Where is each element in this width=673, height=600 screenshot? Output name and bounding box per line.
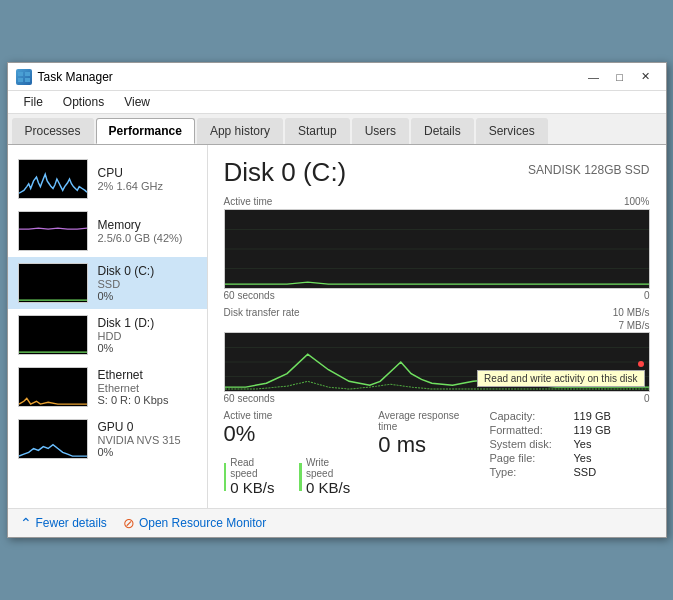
menu-view[interactable]: View <box>116 93 158 111</box>
read-speed-bar <box>224 463 227 491</box>
chart1-time-left: 60 seconds <box>224 290 275 301</box>
chart1-label-row: Active time 100% <box>224 196 650 207</box>
svg-point-10 <box>638 361 644 367</box>
tab-users[interactable]: Users <box>352 118 409 144</box>
tab-processes[interactable]: Processes <box>12 118 94 144</box>
chart-tooltip: Read and write activity on this disk <box>477 370 644 387</box>
transfer-rate-section: Disk transfer rate 10 MB/s 7 MB/s <box>224 307 650 404</box>
ethernet-speed: S: 0 R: 0 Kbps <box>98 394 197 406</box>
svg-rect-3 <box>25 78 30 82</box>
prop-formatted: Formatted: 119 GB <box>490 424 650 436</box>
chart2-label-row: Disk transfer rate 10 MB/s <box>224 307 650 318</box>
disk0-chart <box>18 263 88 303</box>
disk0-percent: 0% <box>98 290 197 302</box>
window-title: Task Manager <box>38 70 113 84</box>
memory-name: Memory <box>98 218 197 232</box>
memory-detail: 2.5/6.0 GB (42%) <box>98 232 197 244</box>
tab-services[interactable]: Services <box>476 118 548 144</box>
read-speed-item: Read speed 0 KB/s <box>224 457 280 496</box>
gpu-percent: 0% <box>98 446 197 458</box>
gpu-detail: NVIDIA NVS 315 <box>98 434 197 446</box>
resource-monitor-icon: ⊘ <box>123 515 135 531</box>
chart1-time-right: 0 <box>644 290 650 301</box>
disk0-detail: SSD <box>98 278 197 290</box>
active-time-value: 0% <box>224 421 355 447</box>
tab-app-history[interactable]: App history <box>197 118 283 144</box>
active-time-label: Active time <box>224 410 355 421</box>
read-speed-value: 0 KB/s <box>230 479 279 496</box>
ethernet-name: Ethernet <box>98 368 197 382</box>
sidebar-item-disk1[interactable]: Disk 1 (D:) HDD 0% <box>8 309 207 361</box>
menu-file[interactable]: File <box>16 93 51 111</box>
main-content: CPU 2% 1.64 GHz Memory 2.5/6.0 GB (42%) <box>8 145 666 508</box>
prop-type: Type: SSD <box>490 466 650 478</box>
fewer-details-label: Fewer details <box>36 516 107 530</box>
chart1-label-left: Active time <box>224 196 273 207</box>
write-speed-info: Write speed 0 KB/s <box>306 457 354 496</box>
properties-section: Capacity: 119 GB Formatted: 119 GB Syste… <box>490 410 650 496</box>
chart2-time-left: 60 seconds <box>224 393 275 404</box>
transfer-rate-chart: Read and write activity on this disk <box>224 332 650 392</box>
write-speed-label: Write speed <box>306 457 354 479</box>
disk0-info: Disk 0 (C:) SSD 0% <box>98 264 197 302</box>
title-bar-controls: — □ ✕ <box>582 68 658 86</box>
sidebar-item-memory[interactable]: Memory 2.5/6.0 GB (42%) <box>8 205 207 257</box>
memory-chart <box>18 211 88 251</box>
svg-rect-0 <box>18 72 23 76</box>
sidebar-item-disk0[interactable]: Disk 0 (C:) SSD 0% <box>8 257 207 309</box>
title-bar-left: Task Manager <box>16 69 113 85</box>
read-speed-label: Read speed <box>230 457 279 479</box>
sidebar-item-ethernet[interactable]: Ethernet Ethernet S: 0 R: 0 Kbps <box>8 361 207 413</box>
menu-options[interactable]: Options <box>55 93 112 111</box>
left-stats: Active time 0% Read speed 0 KB/s <box>224 410 355 496</box>
active-time-stat: Active time 0% <box>224 410 355 447</box>
tab-startup[interactable]: Startup <box>285 118 350 144</box>
sidebar-item-gpu[interactable]: GPU 0 NVIDIA NVS 315 0% <box>8 413 207 465</box>
cpu-name: CPU <box>98 166 197 180</box>
menu-bar: File Options View <box>8 91 666 114</box>
active-time-chart <box>224 209 650 289</box>
active-time-section: Active time 100% 60 seconds 0 <box>224 196 650 301</box>
ethernet-detail: Ethernet <box>98 382 197 394</box>
chart2-time-row: 60 seconds 0 <box>224 393 650 404</box>
bottom-bar: ⌃ Fewer details ⊘ Open Resource Monitor <box>8 508 666 537</box>
svg-rect-1 <box>25 72 30 76</box>
write-speed-bar <box>299 463 302 491</box>
disk0-name: Disk 0 (C:) <box>98 264 197 278</box>
chart2-time-right: 0 <box>644 393 650 404</box>
gpu-chart <box>18 419 88 459</box>
avg-response-stat: Average response time 0 ms <box>378 410 473 496</box>
chart2-label-right: 10 MB/s <box>613 307 650 318</box>
resource-monitor-link[interactable]: ⊘ Open Resource Monitor <box>123 515 266 531</box>
avg-response-value: 0 ms <box>378 432 473 458</box>
tab-performance[interactable]: Performance <box>96 118 195 144</box>
cpu-info: CPU 2% 1.64 GHz <box>98 166 197 192</box>
speed-row: Read speed 0 KB/s Write speed 0 KB/s <box>224 457 355 496</box>
gpu-info: GPU 0 NVIDIA NVS 315 0% <box>98 420 197 458</box>
title-bar: Task Manager — □ ✕ <box>8 63 666 91</box>
detail-title: Disk 0 (C:) <box>224 157 347 188</box>
tab-details[interactable]: Details <box>411 118 474 144</box>
disk1-name: Disk 1 (D:) <box>98 316 197 330</box>
minimize-button[interactable]: — <box>582 68 606 86</box>
disk1-info: Disk 1 (D:) HDD 0% <box>98 316 197 354</box>
task-manager-window: Task Manager — □ ✕ File Options View Pro… <box>7 62 667 538</box>
stats-bottom: Active time 0% Read speed 0 KB/s <box>224 410 650 496</box>
close-button[interactable]: ✕ <box>634 68 658 86</box>
cpu-chart <box>18 159 88 199</box>
fewer-details-icon: ⌃ <box>20 515 32 531</box>
sidebar-item-cpu[interactable]: CPU 2% 1.64 GHz <box>8 153 207 205</box>
read-speed-info: Read speed 0 KB/s <box>230 457 279 496</box>
prop-system-disk: System disk: Yes <box>490 438 650 450</box>
fewer-details-button[interactable]: ⌃ Fewer details <box>20 515 107 531</box>
ethernet-chart <box>18 367 88 407</box>
gpu-name: GPU 0 <box>98 420 197 434</box>
svg-rect-2 <box>18 78 23 82</box>
maximize-button[interactable]: □ <box>608 68 632 86</box>
sidebar: CPU 2% 1.64 GHz Memory 2.5/6.0 GB (42%) <box>8 145 208 508</box>
prop-page-file: Page file: Yes <box>490 452 650 464</box>
detail-header: Disk 0 (C:) SANDISK 128GB SSD <box>224 157 650 188</box>
prop-capacity: Capacity: 119 GB <box>490 410 650 422</box>
avg-response-label: Average response time <box>378 410 473 432</box>
resource-monitor-label: Open Resource Monitor <box>139 516 266 530</box>
